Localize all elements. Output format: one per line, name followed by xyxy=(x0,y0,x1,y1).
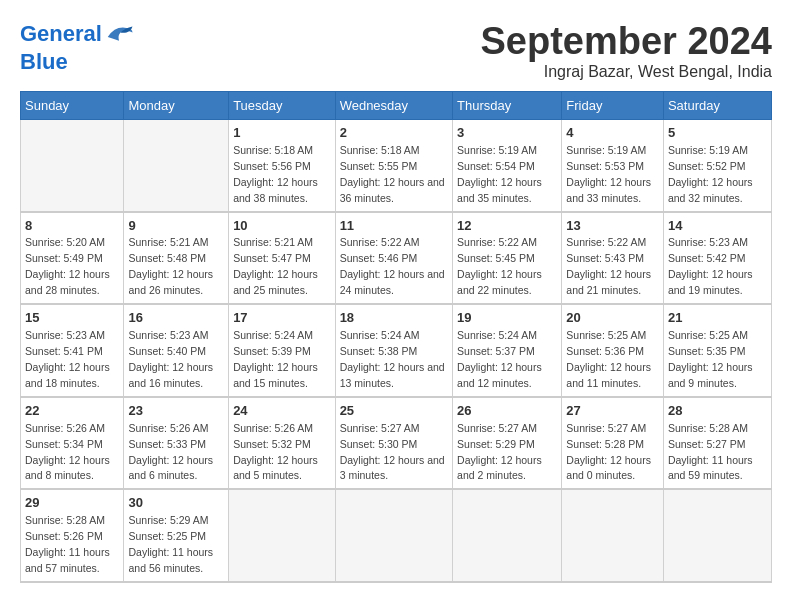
calendar-week-row: 1 Sunrise: 5:18 AMSunset: 5:56 PMDayligh… xyxy=(21,120,772,212)
day-number: 8 xyxy=(25,217,119,236)
calendar-day-cell xyxy=(335,489,452,582)
weekday-header: Tuesday xyxy=(229,92,336,120)
calendar-day-cell: 13 Sunrise: 5:22 AMSunset: 5:43 PMDaylig… xyxy=(562,212,664,305)
calendar-day-cell: 16 Sunrise: 5:23 AMSunset: 5:40 PMDaylig… xyxy=(124,304,229,397)
calendar-table: SundayMondayTuesdayWednesdayThursdayFrid… xyxy=(20,91,772,583)
weekday-header: Friday xyxy=(562,92,664,120)
month-title: September 2024 xyxy=(481,20,773,63)
weekday-header: Wednesday xyxy=(335,92,452,120)
location: Ingraj Bazar, West Bengal, India xyxy=(481,63,773,81)
day-number: 1 xyxy=(233,124,331,143)
calendar-day-cell: 8 Sunrise: 5:20 AMSunset: 5:49 PMDayligh… xyxy=(21,212,124,305)
calendar-day-cell: 17 Sunrise: 5:24 AMSunset: 5:39 PMDaylig… xyxy=(229,304,336,397)
calendar-week-row: 8 Sunrise: 5:20 AMSunset: 5:49 PMDayligh… xyxy=(21,212,772,305)
day-number: 5 xyxy=(668,124,767,143)
day-number: 15 xyxy=(25,309,119,328)
calendar-day-cell: 21 Sunrise: 5:25 AMSunset: 5:35 PMDaylig… xyxy=(663,304,771,397)
day-number: 29 xyxy=(25,494,119,513)
day-info: Sunrise: 5:22 AMSunset: 5:43 PMDaylight:… xyxy=(566,236,651,296)
day-info: Sunrise: 5:26 AMSunset: 5:34 PMDaylight:… xyxy=(25,422,110,482)
day-info: Sunrise: 5:25 AMSunset: 5:36 PMDaylight:… xyxy=(566,329,651,389)
calendar-day-cell: 18 Sunrise: 5:24 AMSunset: 5:38 PMDaylig… xyxy=(335,304,452,397)
day-info: Sunrise: 5:28 AMSunset: 5:27 PMDaylight:… xyxy=(668,422,753,482)
day-number: 4 xyxy=(566,124,659,143)
calendar-day-cell: 5 Sunrise: 5:19 AMSunset: 5:52 PMDayligh… xyxy=(663,120,771,212)
day-info: Sunrise: 5:19 AMSunset: 5:52 PMDaylight:… xyxy=(668,144,753,204)
calendar-day-cell: 24 Sunrise: 5:26 AMSunset: 5:32 PMDaylig… xyxy=(229,397,336,490)
calendar-week-row: 22 Sunrise: 5:26 AMSunset: 5:34 PMDaylig… xyxy=(21,397,772,490)
day-info: Sunrise: 5:18 AMSunset: 5:55 PMDaylight:… xyxy=(340,144,445,204)
day-info: Sunrise: 5:27 AMSunset: 5:29 PMDaylight:… xyxy=(457,422,542,482)
calendar-day-cell: 25 Sunrise: 5:27 AMSunset: 5:30 PMDaylig… xyxy=(335,397,452,490)
calendar-day-cell xyxy=(124,120,229,212)
calendar-day-cell: 20 Sunrise: 5:25 AMSunset: 5:36 PMDaylig… xyxy=(562,304,664,397)
day-number: 26 xyxy=(457,402,557,421)
day-number: 13 xyxy=(566,217,659,236)
calendar-day-cell: 15 Sunrise: 5:23 AMSunset: 5:41 PMDaylig… xyxy=(21,304,124,397)
day-info: Sunrise: 5:21 AMSunset: 5:47 PMDaylight:… xyxy=(233,236,318,296)
day-info: Sunrise: 5:26 AMSunset: 5:32 PMDaylight:… xyxy=(233,422,318,482)
weekday-header-row: SundayMondayTuesdayWednesdayThursdayFrid… xyxy=(21,92,772,120)
day-number: 3 xyxy=(457,124,557,143)
logo-text: General Blue xyxy=(20,20,134,74)
day-info: Sunrise: 5:24 AMSunset: 5:38 PMDaylight:… xyxy=(340,329,445,389)
day-number: 30 xyxy=(128,494,224,513)
calendar-day-cell: 11 Sunrise: 5:22 AMSunset: 5:46 PMDaylig… xyxy=(335,212,452,305)
day-info: Sunrise: 5:24 AMSunset: 5:39 PMDaylight:… xyxy=(233,329,318,389)
day-number: 12 xyxy=(457,217,557,236)
title-block: September 2024 Ingraj Bazar, West Bengal… xyxy=(481,20,773,81)
day-info: Sunrise: 5:19 AMSunset: 5:53 PMDaylight:… xyxy=(566,144,651,204)
day-info: Sunrise: 5:22 AMSunset: 5:45 PMDaylight:… xyxy=(457,236,542,296)
weekday-header: Monday xyxy=(124,92,229,120)
day-info: Sunrise: 5:28 AMSunset: 5:26 PMDaylight:… xyxy=(25,514,110,574)
day-number: 24 xyxy=(233,402,331,421)
calendar-day-cell xyxy=(663,489,771,582)
calendar-day-cell: 9 Sunrise: 5:21 AMSunset: 5:48 PMDayligh… xyxy=(124,212,229,305)
calendar-day-cell: 1 Sunrise: 5:18 AMSunset: 5:56 PMDayligh… xyxy=(229,120,336,212)
day-number: 18 xyxy=(340,309,448,328)
day-number: 17 xyxy=(233,309,331,328)
day-info: Sunrise: 5:29 AMSunset: 5:25 PMDaylight:… xyxy=(128,514,213,574)
day-info: Sunrise: 5:19 AMSunset: 5:54 PMDaylight:… xyxy=(457,144,542,204)
calendar-day-cell xyxy=(453,489,562,582)
day-number: 14 xyxy=(668,217,767,236)
day-info: Sunrise: 5:23 AMSunset: 5:40 PMDaylight:… xyxy=(128,329,213,389)
calendar-day-cell: 26 Sunrise: 5:27 AMSunset: 5:29 PMDaylig… xyxy=(453,397,562,490)
day-info: Sunrise: 5:27 AMSunset: 5:30 PMDaylight:… xyxy=(340,422,445,482)
day-number: 9 xyxy=(128,217,224,236)
logo: General Blue xyxy=(20,20,134,74)
calendar-day-cell xyxy=(229,489,336,582)
day-number: 2 xyxy=(340,124,448,143)
day-info: Sunrise: 5:23 AMSunset: 5:41 PMDaylight:… xyxy=(25,329,110,389)
day-number: 22 xyxy=(25,402,119,421)
calendar-week-row: 29 Sunrise: 5:28 AMSunset: 5:26 PMDaylig… xyxy=(21,489,772,582)
day-info: Sunrise: 5:18 AMSunset: 5:56 PMDaylight:… xyxy=(233,144,318,204)
calendar-day-cell: 3 Sunrise: 5:19 AMSunset: 5:54 PMDayligh… xyxy=(453,120,562,212)
calendar-day-cell: 4 Sunrise: 5:19 AMSunset: 5:53 PMDayligh… xyxy=(562,120,664,212)
day-number: 11 xyxy=(340,217,448,236)
calendar-day-cell: 14 Sunrise: 5:23 AMSunset: 5:42 PMDaylig… xyxy=(663,212,771,305)
day-info: Sunrise: 5:21 AMSunset: 5:48 PMDaylight:… xyxy=(128,236,213,296)
day-number: 10 xyxy=(233,217,331,236)
day-info: Sunrise: 5:22 AMSunset: 5:46 PMDaylight:… xyxy=(340,236,445,296)
day-info: Sunrise: 5:20 AMSunset: 5:49 PMDaylight:… xyxy=(25,236,110,296)
day-number: 27 xyxy=(566,402,659,421)
calendar-day-cell: 29 Sunrise: 5:28 AMSunset: 5:26 PMDaylig… xyxy=(21,489,124,582)
calendar-day-cell: 12 Sunrise: 5:22 AMSunset: 5:45 PMDaylig… xyxy=(453,212,562,305)
calendar-day-cell: 10 Sunrise: 5:21 AMSunset: 5:47 PMDaylig… xyxy=(229,212,336,305)
calendar-day-cell: 23 Sunrise: 5:26 AMSunset: 5:33 PMDaylig… xyxy=(124,397,229,490)
day-number: 20 xyxy=(566,309,659,328)
day-info: Sunrise: 5:24 AMSunset: 5:37 PMDaylight:… xyxy=(457,329,542,389)
day-number: 23 xyxy=(128,402,224,421)
day-number: 25 xyxy=(340,402,448,421)
calendar-week-row: 15 Sunrise: 5:23 AMSunset: 5:41 PMDaylig… xyxy=(21,304,772,397)
day-info: Sunrise: 5:23 AMSunset: 5:42 PMDaylight:… xyxy=(668,236,753,296)
calendar-day-cell: 28 Sunrise: 5:28 AMSunset: 5:27 PMDaylig… xyxy=(663,397,771,490)
day-number: 28 xyxy=(668,402,767,421)
weekday-header: Saturday xyxy=(663,92,771,120)
calendar-day-cell: 2 Sunrise: 5:18 AMSunset: 5:55 PMDayligh… xyxy=(335,120,452,212)
calendar-day-cell: 30 Sunrise: 5:29 AMSunset: 5:25 PMDaylig… xyxy=(124,489,229,582)
day-info: Sunrise: 5:27 AMSunset: 5:28 PMDaylight:… xyxy=(566,422,651,482)
weekday-header: Thursday xyxy=(453,92,562,120)
page-header: General Blue September 2024 Ingraj Bazar… xyxy=(20,20,772,81)
